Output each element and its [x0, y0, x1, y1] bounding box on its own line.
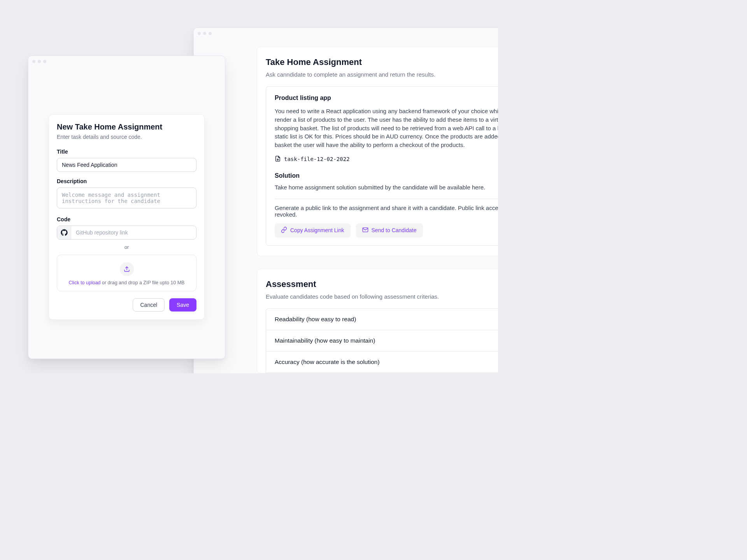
solution-text: Take home assignment solution submitted …	[275, 183, 498, 192]
form-window: New Take Home Assignment Enter task deta…	[28, 56, 225, 359]
copy-link-label: Copy Assignment Link	[290, 227, 344, 233]
traffic-light-close-icon[interactable]	[198, 32, 201, 35]
criteria-row[interactable]: Maintainability (how easy to maintain)	[266, 330, 498, 352]
assignment-card: Product listing app You need to write a …	[266, 86, 498, 246]
card-title: New Take Home Assignment	[57, 122, 196, 131]
take-home-subtitle: Ask canndidate to complete an assignment…	[266, 71, 498, 78]
take-home-panel: Take Home Assignment Ask canndidate to c…	[257, 47, 498, 256]
assessment-title: Assessment	[266, 279, 498, 289]
upload-link[interactable]: Click to upload	[69, 280, 101, 285]
mail-icon	[362, 227, 368, 234]
github-icon	[57, 226, 71, 239]
take-home-title: Take Home Assignment	[266, 57, 498, 67]
task-file-name: task-file-12-02-2022	[284, 156, 350, 162]
upload-text: Click to upload or drag and drop a ZIP f…	[62, 280, 191, 285]
new-assignment-card: New Take Home Assignment Enter task deta…	[49, 114, 205, 320]
window-titlebar	[28, 56, 225, 67]
send-candidate-label: Send to Candidate	[372, 227, 417, 233]
description-input[interactable]	[57, 187, 196, 208]
or-separator: or	[57, 244, 196, 250]
solution-label: Solution	[275, 172, 498, 179]
title-label: Title	[57, 149, 196, 155]
traffic-light-minimize-icon[interactable]	[203, 32, 206, 35]
assessment-subtitle: Evaluate candidates code based on follow…	[266, 293, 498, 300]
upload-rest: or drag and drop a ZIP file upto 10 MB	[101, 280, 185, 285]
save-button[interactable]: Save	[169, 298, 196, 312]
upload-icon	[120, 262, 134, 276]
traffic-light-zoom-icon[interactable]	[209, 32, 212, 35]
criteria-row[interactable]: Readability (how easy to read)	[266, 309, 498, 330]
cancel-button[interactable]: Cancel	[133, 298, 165, 312]
github-link-input[interactable]	[71, 226, 196, 239]
card-subtitle: Enter task details and source code.	[57, 134, 196, 140]
task-file-row[interactable]: task-file-12-02-2022	[275, 156, 498, 163]
traffic-light-minimize-icon[interactable]	[38, 60, 41, 63]
assessment-panel: Assessment Evaluate candidates code base…	[257, 269, 498, 373]
window-titlebar	[194, 28, 498, 39]
github-input-group	[57, 226, 196, 240]
divider	[275, 199, 498, 199]
criteria-row[interactable]: Accuracy (how accurate is the solution)	[266, 352, 498, 373]
file-download-icon	[275, 156, 281, 163]
copy-link-button[interactable]: Copy Assignment Link	[275, 223, 351, 238]
traffic-light-zoom-icon[interactable]	[43, 60, 46, 63]
title-input[interactable]	[57, 158, 196, 172]
share-instructions: Generate a public link to the assignment…	[275, 205, 498, 218]
traffic-light-close-icon[interactable]	[32, 60, 35, 63]
send-candidate-button[interactable]: Send to Candidate	[356, 223, 423, 238]
description-label: Description	[57, 178, 196, 184]
assignment-task-title: Product listing app	[275, 94, 498, 102]
assignment-task-body: You need to write a React application us…	[275, 107, 498, 149]
assessment-criteria-list: Readability (how easy to read) Maintaina…	[266, 308, 498, 373]
code-label: Code	[57, 216, 196, 222]
upload-dropzone[interactable]: Click to upload or drag and drop a ZIP f…	[57, 255, 196, 291]
link-icon	[281, 227, 287, 234]
detail-window: Take Home Assignment Ask canndidate to c…	[193, 28, 498, 373]
